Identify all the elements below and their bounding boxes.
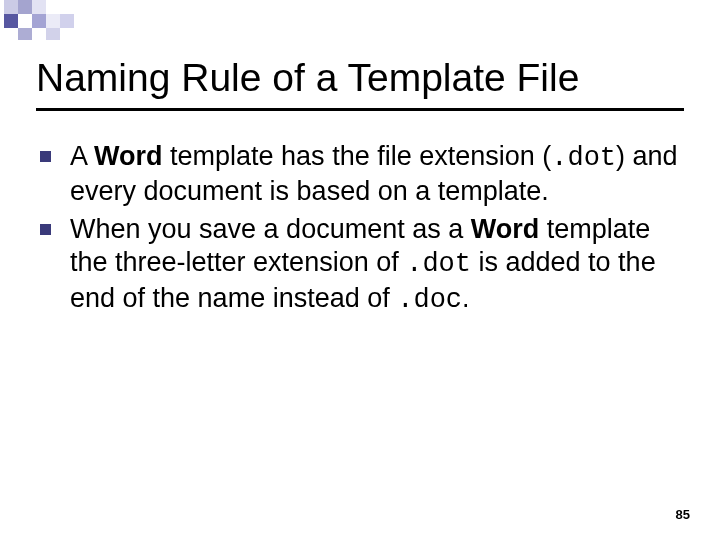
deco-square: [46, 14, 60, 28]
slide-decoration: [0, 0, 720, 40]
bullet-item: A Word template has the file extension (…: [40, 140, 680, 209]
text-run: .dot: [551, 143, 616, 173]
content-area: A Word template has the file extension (…: [40, 140, 680, 321]
bullet-text: When you save a document as a Word templ…: [70, 214, 656, 313]
text-run: .doc: [397, 285, 462, 315]
deco-square: [18, 0, 32, 14]
bullet-text: A Word template has the file extension (…: [70, 141, 678, 206]
text-run: When you save a document as a: [70, 214, 471, 244]
text-run: .dot: [406, 249, 471, 279]
bullet-marker-icon: [40, 224, 51, 235]
text-run: template has the file extension (: [163, 141, 552, 171]
text-run: .: [462, 283, 470, 313]
text-run: A: [70, 141, 94, 171]
deco-square: [32, 0, 46, 14]
deco-square: [4, 0, 18, 14]
text-run: Word: [94, 141, 163, 171]
deco-square: [60, 14, 74, 28]
page-title: Naming Rule of a Template File: [36, 56, 579, 100]
text-run: Word: [471, 214, 540, 244]
deco-square: [18, 28, 32, 40]
page-number: 85: [676, 507, 690, 522]
deco-square: [4, 14, 18, 28]
bullet-marker-icon: [40, 151, 51, 162]
deco-square: [32, 14, 46, 28]
title-underline: [36, 108, 684, 111]
bullet-item: When you save a document as a Word templ…: [40, 213, 680, 317]
deco-square: [46, 28, 60, 40]
